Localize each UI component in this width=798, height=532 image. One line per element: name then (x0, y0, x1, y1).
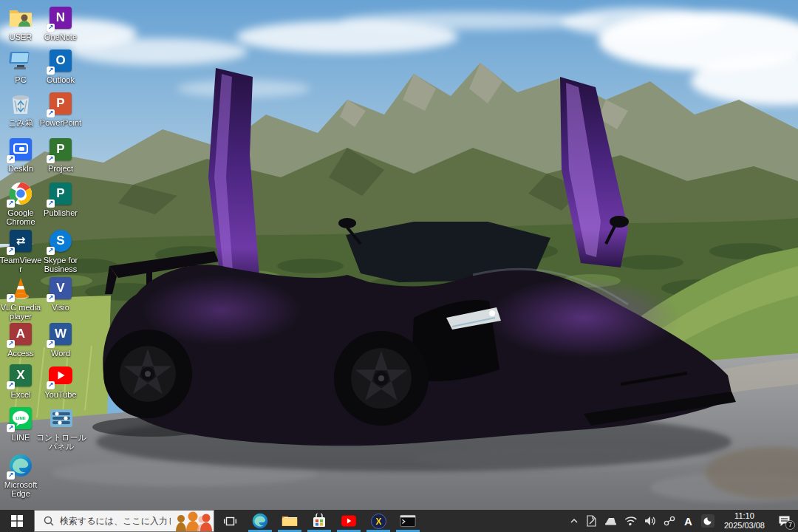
desktop-icon-teamviewer[interactable]: ⇄ ↗ TeamViewer (0, 228, 43, 273)
windows-desktop: USER N ↗ OneNote PC O ↗ Outlook ごみ箱 P ↗ … (0, 0, 798, 532)
taskbar-app-file-explorer[interactable] (275, 510, 304, 532)
shortcut-arrow-icon: ↗ (7, 471, 15, 480)
task-view-button[interactable] (214, 510, 245, 532)
file-explorer-icon (282, 514, 298, 528)
ime-icon (701, 514, 715, 528)
control-panel-icon (48, 405, 75, 432)
recycle-bin-icon (7, 90, 34, 117)
tray-document-icon-button[interactable] (582, 510, 601, 532)
desktop-icon-recycle-bin[interactable]: ごみ箱 (0, 90, 43, 127)
desktop-icon-label: TeamViewer (0, 256, 43, 273)
desktop-icon-skype-business[interactable]: S ↗ Skype for Business (38, 228, 83, 273)
youtube-icon (341, 515, 357, 527)
search-icon (44, 516, 54, 526)
taskbar-search-box[interactable] (34, 510, 214, 532)
document-pen-icon (586, 515, 597, 527)
skype-for-business-icon: S ↗ (47, 228, 74, 254)
desktop-icon-access[interactable]: A ↗ Access (0, 321, 43, 358)
desktop-icon-label: Microsoft Edge (0, 480, 43, 498)
desktop-icon-control-panel[interactable]: コントロール パネル (35, 405, 87, 451)
shortcut-arrow-icon: ↗ (47, 200, 55, 208)
chrome-icon: ↗ (7, 180, 34, 207)
taskbar-clock[interactable]: 11:10 2025/03/08 (718, 510, 771, 532)
shortcut-arrow-icon: ↗ (7, 247, 15, 255)
search-highlights-people-icon[interactable] (174, 511, 212, 531)
shortcut-arrow-icon: ↗ (47, 66, 55, 75)
taskbar-app-x[interactable]: X (364, 510, 393, 532)
ime-options-button[interactable] (698, 510, 718, 532)
desktop-icon-project[interactable]: P ↗ Project (38, 136, 83, 173)
tray-device-icon-button[interactable] (601, 510, 621, 532)
desktop-icon-label: VLC media player (0, 303, 43, 321)
desktop-icon-excel[interactable]: X ↗ Excel (0, 362, 43, 399)
access-icon: A ↗ (7, 321, 34, 347)
desktop-icon-label: YouTube (38, 390, 83, 399)
desktop-icon-label: PC (0, 75, 43, 84)
desktop-icon-publisher[interactable]: P ↗ Publisher (38, 180, 83, 217)
clock-date: 2025/03/08 (724, 521, 765, 531)
svg-text:LINE: LINE (16, 416, 26, 420)
desktop-icon-visio[interactable]: V ↗ Visio (38, 275, 83, 312)
taskbar-app-command-prompt[interactable] (393, 510, 423, 532)
system-tray: A 11:10 2025/03/08 7 (566, 510, 798, 532)
youtube-icon: ↗ (47, 362, 74, 389)
taskbar: X A 11:10 20 (0, 510, 798, 532)
desktop-icon-label: DeskIn (0, 164, 43, 173)
notification-count-badge: 7 (785, 520, 795, 530)
desktop-icon-label: Skype for Business (38, 256, 83, 273)
shortcut-arrow-icon: ↗ (47, 109, 55, 117)
publisher-icon: P ↗ (47, 180, 74, 207)
taskbar-app-store[interactable] (304, 510, 334, 532)
command-prompt-icon (400, 514, 416, 528)
outlook-icon: O ↗ (47, 47, 74, 74)
desktop-icon-outlook[interactable]: O ↗ Outlook (38, 47, 83, 84)
shortcut-arrow-icon: ↗ (47, 247, 55, 255)
desktop-icon-label: Word (38, 349, 83, 358)
desktop-icon-label: OneNote (38, 33, 83, 41)
desktop-icon-youtube[interactable]: ↗ YouTube (38, 362, 83, 399)
desktop-icon-label: Google Chrome (0, 208, 43, 226)
edge-icon (252, 513, 268, 529)
excel-icon: X ↗ (7, 362, 34, 389)
onenote-icon: N ↗ (47, 4, 74, 31)
project-icon: P ↗ (47, 136, 74, 163)
desktop-icon-label: Visio (38, 303, 83, 312)
taskbar-app-youtube[interactable] (334, 510, 364, 532)
visio-icon: V ↗ (47, 275, 74, 301)
desktop-icon-deskin[interactable]: ↗ DeskIn (0, 136, 43, 173)
ime-mode-indicator[interactable]: A (679, 510, 698, 532)
desktop-icon-label: Publisher (38, 208, 83, 217)
desktop-icon-user-folder[interactable]: USER (0, 4, 43, 41)
tray-network-button[interactable] (621, 510, 641, 532)
desktop-icon-powerpoint[interactable]: P ↗ PowerPoint (38, 90, 83, 127)
search-input[interactable] (60, 516, 171, 526)
desktop-icon-pc[interactable]: PC (0, 47, 43, 84)
desktop-icon-word[interactable]: W ↗ Word (38, 321, 83, 358)
desktop-icon-chrome[interactable]: ↗ Google Chrome (0, 180, 43, 226)
action-center-button[interactable]: 7 (771, 510, 798, 532)
desktop-icon-edge[interactable]: ↗ Microsoft Edge (0, 452, 43, 498)
microsoft-store-icon (312, 514, 327, 528)
desktop-icon-label: Project (38, 164, 83, 173)
shortcut-arrow-icon: ↗ (7, 381, 15, 389)
show-hidden-icons-button[interactable] (566, 510, 582, 532)
desktop-icon-vlc[interactable]: ↗ VLC media player (0, 275, 43, 321)
shortcut-arrow-icon: ↗ (7, 340, 15, 348)
deskin-icon: ↗ (7, 136, 34, 163)
shortcut-arrow-icon: ↗ (7, 294, 15, 302)
shortcut-arrow-icon: ↗ (7, 155, 15, 163)
shortcut-arrow-icon: ↗ (47, 340, 55, 348)
tray-link-device-button[interactable] (660, 510, 679, 532)
shortcut-arrow-icon: ↗ (47, 294, 55, 302)
wifi-icon (624, 516, 638, 526)
taskbar-app-edge[interactable] (245, 510, 275, 532)
user-folder-icon (7, 4, 34, 31)
tray-volume-button[interactable] (641, 510, 660, 532)
desktop-icon-label: PowerPoint (38, 118, 83, 127)
start-button[interactable] (0, 510, 34, 532)
chevron-up-icon (570, 516, 579, 525)
clock-time: 11:10 (734, 511, 754, 521)
desktop-icon-onenote[interactable]: N ↗ OneNote (38, 4, 83, 41)
shortcut-arrow-icon: ↗ (7, 200, 15, 208)
svg-text:X: X (375, 516, 381, 527)
